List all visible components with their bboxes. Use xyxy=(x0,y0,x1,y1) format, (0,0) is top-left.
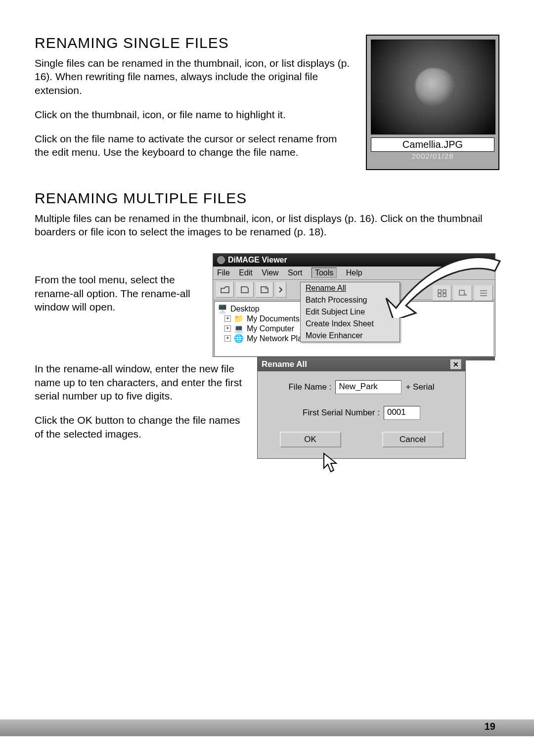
filename-input[interactable]: New_Park xyxy=(335,380,401,394)
tree-label: My Computer xyxy=(247,324,294,333)
serial-label: First Serial Number : xyxy=(303,408,380,418)
desktop-icon: 🖥️ xyxy=(218,304,227,313)
menu-file[interactable]: File xyxy=(217,268,230,277)
thumbnail-filename-input[interactable]: Camellia.JPG xyxy=(371,137,494,152)
dialog-title: Rename All xyxy=(262,359,307,369)
tree-label: My Documents xyxy=(247,314,300,323)
paragraph: Click on the thumbnail, icon, or file na… xyxy=(35,108,351,121)
toolbar-button[interactable] xyxy=(216,282,234,298)
ok-button[interactable]: OK xyxy=(280,432,341,447)
toolbar-button[interactable] xyxy=(275,282,286,298)
menu-edit[interactable]: Edit xyxy=(239,268,253,277)
tools-dropdown: Rename All Batch Processing Edit Subject… xyxy=(300,282,400,342)
dialog-titlebar: Rename All ✕ xyxy=(258,357,465,371)
svg-rect-0 xyxy=(438,290,441,293)
view-list-button[interactable] xyxy=(474,285,493,301)
menu-item-rename-all[interactable]: Rename All xyxy=(301,282,400,294)
menubar: File Edit View Sort Tools Help xyxy=(213,267,495,280)
network-icon: 🌐 xyxy=(234,334,244,343)
svg-rect-4 xyxy=(459,290,464,295)
app-title: DiMAGE Viewer xyxy=(228,256,287,265)
expand-icon[interactable]: + xyxy=(224,325,231,332)
svg-rect-2 xyxy=(438,294,441,297)
app-titlebar: DiMAGE Viewer xyxy=(213,254,495,267)
rename-all-dialog: Rename All ✕ File Name : New_Park + Seri… xyxy=(257,357,466,459)
svg-rect-3 xyxy=(443,294,446,297)
view-icons-button[interactable]: a xyxy=(453,285,472,301)
thumbnail-card: Camellia.JPG 2002/01/28 xyxy=(366,35,499,170)
tree-label: Desktop xyxy=(230,305,260,313)
thumbnail-image[interactable] xyxy=(371,40,495,134)
close-button[interactable]: ✕ xyxy=(450,359,461,369)
page-footer-bar xyxy=(0,719,534,736)
thumbnail-date: 2002/01/28 xyxy=(371,152,494,160)
heading-renaming-multiple: RENAMING MULTIPLE FILES xyxy=(35,190,499,207)
computer-icon: 💻 xyxy=(234,324,244,333)
view-thumbnails-button[interactable] xyxy=(433,285,451,301)
menu-sort[interactable]: Sort xyxy=(288,268,302,277)
paragraph: Click on the file name to activate the c… xyxy=(35,132,351,159)
paragraph: Multiple files can be renamed in the thu… xyxy=(35,212,499,239)
menu-item-edit-subject[interactable]: Edit Subject Line xyxy=(301,306,400,318)
view-mode-buttons: a xyxy=(431,283,495,303)
instruction-step1: From the tool menu, select the rename-al… xyxy=(35,253,203,357)
toolbar-button[interactable] xyxy=(236,282,254,298)
cancel-button[interactable]: Cancel xyxy=(382,432,444,447)
app-window: DiMAGE Viewer File Edit View Sort Tools … xyxy=(213,253,495,357)
menu-item-movie-enhancer[interactable]: Movie Enhancer xyxy=(301,330,400,342)
instruction-step2b: Click the OK button to change the file n… xyxy=(35,413,247,441)
folder-icon: 📁 xyxy=(234,314,244,323)
serial-suffix-label: + Serial xyxy=(405,382,434,392)
page-number: 19 xyxy=(485,721,495,732)
serial-input[interactable]: 0001 xyxy=(384,406,420,420)
toolbar-button[interactable] xyxy=(256,282,273,298)
heading-renaming-single: RENAMING SINGLE FILES xyxy=(35,35,351,51)
instruction-step2a: In the rename-all window, enter the new … xyxy=(35,362,247,402)
menu-help[interactable]: Help xyxy=(346,268,362,277)
menu-tools[interactable]: Tools xyxy=(312,267,337,278)
paragraph: Single files can be renamed in the thumb… xyxy=(35,56,351,97)
filename-label: File Name : xyxy=(288,382,331,392)
svg-text:a: a xyxy=(465,293,467,296)
expand-icon[interactable]: + xyxy=(224,335,231,342)
menu-item-batch-processing[interactable]: Batch Processing xyxy=(301,294,400,306)
menu-view[interactable]: View xyxy=(262,268,278,277)
menu-item-create-index[interactable]: Create Index Sheet xyxy=(301,318,400,330)
svg-rect-1 xyxy=(443,290,446,293)
app-icon xyxy=(217,256,225,264)
expand-icon[interactable]: + xyxy=(224,315,231,322)
